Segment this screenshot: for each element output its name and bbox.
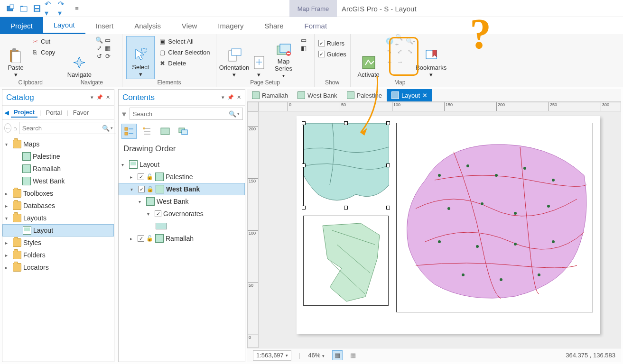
contents-node-west-bank-frame[interactable]: ▾✓🔓West Bank [119,183,245,195]
tab-format[interactable]: Format [294,17,338,34]
map-frame-ramallah[interactable] [396,123,593,312]
view-tab-ramallah[interactable]: Ramallah [247,89,293,101]
fixed-zoom-out-icon[interactable]: 🔍+ [395,36,405,46]
select-all-button[interactable]: ▣Select All [157,36,212,46]
ruler-horizontal[interactable]: 0 50 100 150 200 250 300 [259,102,621,111]
catalog-node-west-bank[interactable]: West Bank [2,175,114,187]
tab-insert[interactable]: Insert [85,17,124,34]
catalog-tab-project[interactable]: Project [11,108,37,118]
visibility-checkbox[interactable]: ✓ [138,173,144,180]
catalog-node-locators[interactable]: ▸Locators [2,261,114,273]
catalog-node-styles[interactable]: ▸Styles [2,237,114,249]
page-tool-icon-2[interactable]: ◧ [300,44,307,52]
layout-canvas[interactable] [259,111,621,348]
filter-icon[interactable]: ▼ [121,110,128,118]
catalog-home-icon[interactable]: ⌂ [13,125,17,132]
lock-icon[interactable]: 🔓 [147,186,154,192]
qat-redo-icon[interactable]: ↷ ▾ [58,3,69,14]
fixed-zoom-icon[interactable]: 🔍- [406,36,415,46]
tab-imagery[interactable]: Imagery [207,17,254,34]
guides-checkbox[interactable]: ✓Guides [318,49,346,59]
map-series-button[interactable]: Map Series▾ [270,36,298,79]
contents-node-ramallah[interactable]: ▸✓🔓Ramallah [119,232,245,245]
tab-view[interactable]: View [171,17,207,34]
orientation-button[interactable]: Orientation▾ [220,36,249,79]
list-map-frame-icon[interactable] [158,124,173,139]
cut-button[interactable]: ✂Cut [29,36,57,46]
catalog-node-layouts[interactable]: ▾Layouts [2,212,114,224]
bookmarks-button[interactable]: Bookmarks▾ [417,36,446,79]
contents-node-governorates[interactable]: ▾✓Governorates [119,208,245,220]
catalog-tab-favorites[interactable]: Favor [70,108,92,117]
visibility-checkbox[interactable]: ✓ [138,235,144,242]
catalog-search-input[interactable] [22,125,102,132]
catalog-node-folders[interactable]: ▸Folders [2,249,114,261]
clear-selection-button[interactable]: ▢Clear Selection [157,47,212,57]
paste-button[interactable]: Paste▾ [4,36,28,79]
rulers-checkbox[interactable]: ✓Rulers [318,38,346,48]
view-mode-grid-icon[interactable]: ▦ [332,350,343,360]
zoom-display[interactable]: 46% ▾ [308,352,325,359]
catalog-dropdown-icon[interactable]: ▾ [91,94,93,100]
nav-tool-icon-3[interactable]: ⤢ [95,44,103,52]
catalog-pin-icon[interactable]: 📌 [96,94,103,100]
tab-project[interactable]: Project [0,17,43,34]
prev-extent-icon[interactable]: ← [385,57,394,66]
tab-analysis[interactable]: Analysis [124,17,171,34]
contents-search[interactable]: 🔍▾ [130,108,243,120]
view-tab-layout[interactable]: Layout ✕ [387,89,432,101]
size-button[interactable]: ▾ [251,36,268,79]
catalog-close-icon[interactable]: ✕ [106,94,110,100]
catalog-node-layout[interactable]: Layout [2,224,114,237]
scale-combo[interactable]: 1:563,697▾ [253,350,291,361]
contents-node-palestine[interactable]: ▸✓🔓Palestine [119,171,245,183]
catalog-tab-portal[interactable]: Portal [43,108,65,117]
qat-customize-icon[interactable]: ≡ [71,3,83,14]
delete-button[interactable]: ✖Delete [157,58,212,68]
next-extent-icon[interactable]: → [395,57,405,66]
list-element-type-icon[interactable] [139,124,155,139]
contents-pin-icon[interactable]: 📌 [227,94,234,100]
qat-undo-icon[interactable]: ↶ ▾ [45,3,56,14]
zoom-1to1-icon[interactable]: ⤡ [406,46,415,56]
contents-search-input[interactable] [133,110,229,118]
qat-new-icon[interactable] [5,3,16,14]
view-tab-palestine[interactable]: Palestine [342,89,387,101]
catalog-node-ramallah[interactable]: Ramallah [2,163,114,175]
tab-share[interactable]: Share [254,17,294,34]
contents-dropdown-icon[interactable]: ▾ [222,94,224,100]
fixed-zoom-in-icon[interactable]: 🌐 [385,36,394,46]
catalog-node-palestine[interactable]: Palestine [2,150,114,163]
qat-save-icon[interactable] [31,3,43,14]
zoom-selection-icon[interactable]: ⤢ [395,46,405,56]
activate-button[interactable]: Activate [354,36,383,79]
contents-node-governorates-symbol[interactable] [119,220,245,232]
tab-close-icon[interactable]: ✕ [422,92,428,99]
nav-tool-icon-5[interactable]: ↺ [95,52,103,60]
tab-layout[interactable]: Layout [43,17,85,34]
nav-tool-icon-2[interactable]: ▭ [104,36,112,44]
ruler-vertical[interactable]: 200 150 100 50 0 [247,111,259,348]
lock-icon[interactable]: 🔓 [146,235,153,242]
catalog-search[interactable]: 🔍▾ [19,122,116,134]
page-tool-icon-1[interactable]: ▭ [300,36,307,44]
visibility-checkbox[interactable]: ✓ [138,186,145,192]
catalog-nav-back-icon[interactable]: ◀ [4,109,9,116]
catalog-node-toolboxes[interactable]: ▸Toolboxes [2,187,114,200]
catalog-node-databases[interactable]: ▸Databases [2,200,114,212]
contents-node-west-bank-map[interactable]: ▾West Bank [119,195,245,208]
qat-open-icon[interactable] [18,3,29,14]
full-extent-icon[interactable]: ⤡ [385,46,394,56]
visibility-checkbox[interactable]: ✓ [155,210,161,217]
map-frame-west-bank[interactable] [303,123,389,208]
catalog-node-maps[interactable]: ▾Maps [2,138,114,150]
nav-tool-icon-4[interactable]: ▦ [104,44,112,52]
lock-icon[interactable]: 🔓 [146,173,153,180]
nav-tool-icon-6[interactable]: ⟳ [104,52,112,60]
nav-tool-icon-1[interactable]: 🔍 [95,36,103,44]
contents-close-icon[interactable]: ✕ [237,94,241,100]
navigate-button[interactable]: Navigate [65,36,93,79]
view-tab-west-bank[interactable]: West Bank [293,89,342,101]
list-snapping-icon[interactable] [176,124,191,139]
select-button[interactable]: Select▾ [126,36,155,79]
